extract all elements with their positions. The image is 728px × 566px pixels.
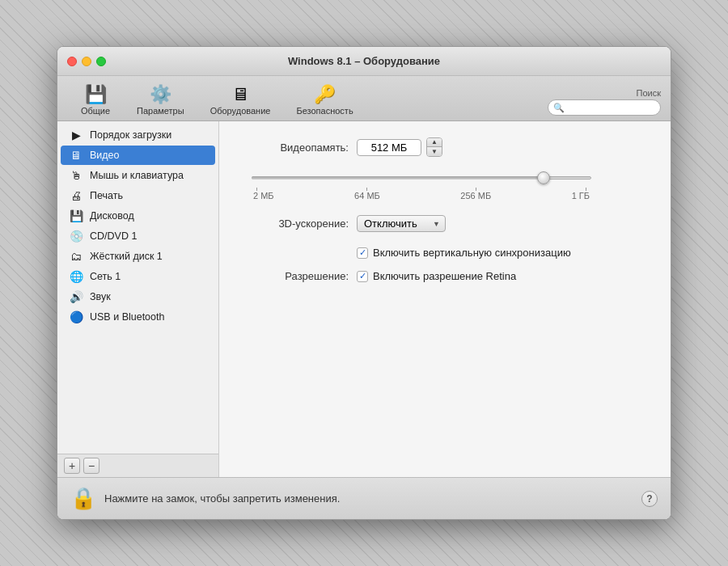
window-title: Windows 8.1 – Оборудование <box>288 55 440 67</box>
dropdown-arrow-icon: ▼ <box>433 220 440 228</box>
maximize-button[interactable] <box>96 57 106 66</box>
slider-label-64mb: 64 МБ <box>354 191 380 201</box>
slider-label-256mb: 256 МБ <box>460 191 491 201</box>
video-memory-row: Видеопамять: ▲ ▼ <box>243 137 646 157</box>
acceleration-value: Отключить <box>364 218 417 230</box>
general-icon: 💾 <box>85 86 107 103</box>
sidebar-item-print[interactable]: 🖨 Печать <box>61 186 215 205</box>
acceleration-dropdown[interactable]: Отключить ▼ <box>357 215 446 232</box>
tab-general-label: Общие <box>81 106 110 116</box>
sidebar-item-video[interactable]: 🖥 Видео <box>61 146 215 165</box>
tab-hardware[interactable]: 🖥 Оборудование <box>197 82 284 120</box>
sidebar-item-boot-order[interactable]: ▶ Порядок загрузки <box>61 125 215 145</box>
main-window: Windows 8.1 – Оборудование 💾 Общие ⚙️ Па… <box>57 46 671 520</box>
stepper-down-button[interactable]: ▼ <box>427 147 442 156</box>
sidebar-item-mouse-keyboard-label: Мышь и клавиатура <box>90 170 184 181</box>
search-icon: 🔍 <box>553 103 565 113</box>
cddvd-icon: 💿 <box>69 230 83 243</box>
floppy-icon: 💾 <box>69 209 83 222</box>
slider-label-1gb: 1 ГБ <box>572 191 590 201</box>
tab-general[interactable]: 💾 Общие <box>67 82 124 120</box>
usb-bluetooth-icon: 🔵 <box>69 310 83 323</box>
toolbar: 💾 Общие ⚙️ Параметры 🖥 Оборудование 🔑 Бе… <box>57 76 671 121</box>
sidebar-item-floppy[interactable]: 💾 Дисковод <box>61 206 215 226</box>
search-wrap: Поиск 🔍 <box>548 88 661 116</box>
lock-section: 🔒 Нажмите на замок, чтобы запретить изме… <box>70 486 340 511</box>
help-button[interactable]: ? <box>641 491 658 507</box>
bottom-bar: 🔒 Нажмите на замок, чтобы запретить изме… <box>57 477 671 519</box>
sidebar-item-floppy-label: Дисковод <box>90 210 134 222</box>
mouse-keyboard-icon: 🖱 <box>69 169 83 182</box>
main-panel: Видеопамять: ▲ ▼ <box>219 121 671 477</box>
sidebar-item-sound-label: Звук <box>90 291 111 302</box>
boot-order-icon: ▶ <box>69 129 83 142</box>
search-label: Поиск <box>637 88 661 98</box>
traffic-lights <box>67 57 106 66</box>
memory-slider-track <box>252 171 591 184</box>
memory-slider-section: 2 МБ 64 МБ 256 МБ 1 ГБ <box>243 171 646 201</box>
lock-icon[interactable]: 🔒 <box>70 486 96 511</box>
print-icon: 🖨 <box>69 189 83 202</box>
resolution-row: Разрешение: ✓ Включить разрешение Retina <box>243 270 646 282</box>
video-memory-label: Видеопамять: <box>243 142 349 154</box>
sidebar-item-usb-bluetooth-label: USB и Bluetooth <box>90 311 164 323</box>
slider-fill <box>252 176 544 180</box>
tab-params-label: Параметры <box>137 106 184 116</box>
stepper-up-button[interactable]: ▲ <box>427 138 442 147</box>
sidebar-item-print-label: Печать <box>90 190 123 201</box>
acceleration-label: 3D-ускорение: <box>243 218 349 230</box>
tab-security-label: Безопасность <box>296 106 353 116</box>
vsync-label: Включить вертикальную синхронизацию <box>373 247 571 259</box>
close-button[interactable] <box>67 57 77 66</box>
sound-icon: 🔊 <box>69 290 83 303</box>
sidebar-list: ▶ Порядок загрузки 🖥 Видео 🖱 Мышь и клав… <box>57 121 218 454</box>
minimize-button[interactable] <box>82 57 91 66</box>
content-area: ▶ Порядок загрузки 🖥 Видео 🖱 Мышь и клав… <box>57 121 671 477</box>
sidebar: ▶ Порядок загрузки 🖥 Видео 🖱 Мышь и клав… <box>57 121 219 477</box>
sidebar-item-network-label: Сеть 1 <box>90 271 121 282</box>
video-icon: 🖥 <box>69 149 83 162</box>
vsync-checkbox-wrap: ✓ Включить вертикальную синхронизацию <box>357 247 571 259</box>
remove-item-button[interactable]: − <box>83 458 99 474</box>
vsync-checkbox[interactable]: ✓ <box>357 247 368 259</box>
sidebar-actions: + − <box>57 454 218 477</box>
sidebar-item-network[interactable]: 🌐 Сеть 1 <box>61 267 215 286</box>
retina-checkbox-wrap: ✓ Включить разрешение Retina <box>357 270 516 282</box>
harddisk-icon: 🗂 <box>69 250 83 263</box>
video-memory-control: ▲ ▼ <box>357 137 442 157</box>
sidebar-item-harddisk-label: Жёсткий диск 1 <box>90 251 163 262</box>
resolution-label: Разрешение: <box>243 270 349 282</box>
sidebar-item-boot-order-label: Порядок загрузки <box>90 129 171 141</box>
sidebar-item-video-label: Видео <box>90 150 120 161</box>
slider-labels: 2 МБ 64 МБ 256 МБ 1 ГБ <box>252 191 591 201</box>
video-memory-input[interactable] <box>357 139 421 156</box>
retina-label: Включить разрешение Retina <box>373 270 516 282</box>
tab-security[interactable]: 🔑 Безопасность <box>283 82 366 120</box>
lock-text: Нажмите на замок, чтобы запретить измене… <box>104 492 340 505</box>
search-input[interactable] <box>548 99 661 116</box>
sidebar-item-cddvd-label: CD/DVD 1 <box>90 230 137 242</box>
hardware-icon: 🖥 <box>231 86 249 103</box>
security-icon: 🔑 <box>314 86 336 103</box>
memory-slider-thumb[interactable] <box>537 171 550 184</box>
tab-hardware-label: Оборудование <box>210 106 271 116</box>
slider-label-2mb: 2 МБ <box>253 191 274 201</box>
vsync-row: ✓ Включить вертикальную синхронизацию <box>243 247 646 259</box>
tab-params[interactable]: ⚙️ Параметры <box>124 82 197 120</box>
search-field-wrap: 🔍 <box>548 99 661 116</box>
sidebar-item-harddisk[interactable]: 🗂 Жёсткий диск 1 <box>61 247 215 266</box>
sidebar-item-cddvd[interactable]: 💿 CD/DVD 1 <box>61 226 215 246</box>
add-item-button[interactable]: + <box>64 458 80 474</box>
memory-stepper: ▲ ▼ <box>426 137 442 157</box>
retina-checkbox[interactable]: ✓ <box>357 271 368 282</box>
sidebar-item-sound[interactable]: 🔊 Звук <box>61 287 215 306</box>
acceleration-row: 3D-ускорение: Отключить ▼ <box>243 215 646 232</box>
titlebar: Windows 8.1 – Оборудование <box>57 47 671 76</box>
network-icon: 🌐 <box>69 270 83 283</box>
search-box: Поиск 🔍 <box>548 88 661 116</box>
sidebar-item-mouse-keyboard[interactable]: 🖱 Мышь и клавиатура <box>61 166 215 185</box>
params-icon: ⚙️ <box>150 86 171 103</box>
sidebar-item-usb-bluetooth[interactable]: 🔵 USB и Bluetooth <box>61 307 215 327</box>
toolbar-tabs: 💾 Общие ⚙️ Параметры 🖥 Оборудование 🔑 Бе… <box>67 82 366 120</box>
